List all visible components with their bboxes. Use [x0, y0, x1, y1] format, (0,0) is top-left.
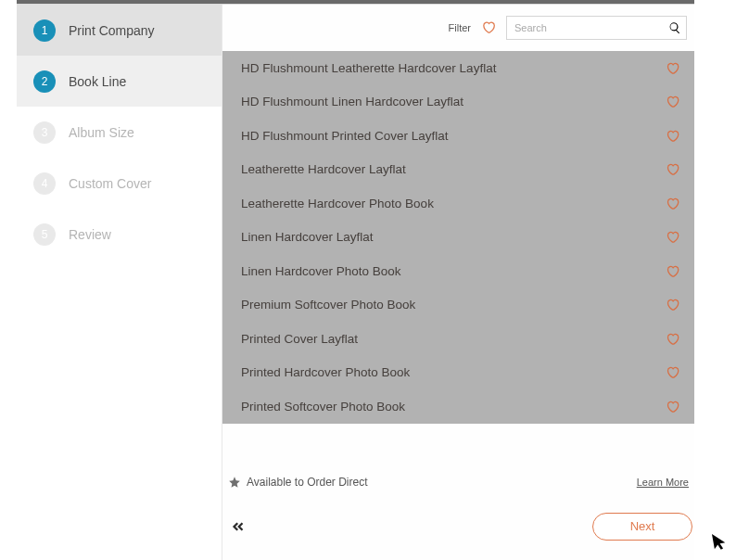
learn-more-link[interactable]: Learn More [637, 477, 689, 488]
list-item-label: Printed Hardcover Photo Book [241, 365, 410, 379]
step-custom-cover[interactable]: 4 Custom Cover [17, 158, 222, 209]
search-input[interactable] [506, 16, 687, 40]
list-item-label: Leatherette Hardcover Photo Book [241, 197, 434, 210]
step-print-company[interactable]: 1 Print Company [17, 5, 222, 56]
favorite-icon[interactable] [666, 61, 679, 75]
back-button[interactable] [224, 513, 252, 541]
list-item[interactable]: Linen Hardcover Layflat [222, 221, 694, 255]
step-number: 5 [33, 223, 56, 246]
list-item-label: Premium Softcover Photo Book [241, 298, 415, 312]
filter-label: Filter [449, 22, 471, 33]
list-item[interactable]: Premium Softcover Photo Book [222, 288, 694, 323]
search-icon[interactable] [668, 21, 681, 34]
step-number: 3 [33, 121, 56, 144]
order-direct-label: Available to Order Direct [247, 476, 368, 489]
step-number: 4 [33, 172, 56, 195]
favorite-icon[interactable] [666, 332, 679, 346]
step-review[interactable]: 5 Review [17, 209, 222, 260]
list-item[interactable]: Printed Cover Layflat [222, 322, 694, 356]
step-label: Review [69, 227, 111, 242]
book-line-list: HD Flushmount Leatherette Hardcover Layf… [222, 51, 694, 424]
list-item[interactable]: Leatherette Hardcover Photo Book [222, 186, 694, 221]
favorite-icon[interactable] [666, 162, 679, 176]
favorite-icon[interactable] [666, 230, 679, 244]
list-item-label: Printed Cover Layflat [241, 332, 358, 346]
favorite-icon[interactable] [666, 400, 679, 414]
favorite-icon[interactable] [666, 95, 679, 108]
list-item-label: Linen Hardcover Layflat [241, 230, 374, 244]
step-number: 1 [33, 19, 56, 42]
list-item[interactable]: Printed Hardcover Photo Book [222, 356, 694, 390]
list-footer-spacer [222, 424, 694, 468]
wizard-sidebar: 1 Print Company 2 Book Line 3 Album Size… [17, 5, 222, 560]
star-icon [228, 476, 241, 489]
list-item[interactable]: Leatherette Hardcover Layflat [222, 153, 694, 187]
list-item-label: HD Flushmount Printed Cover Layflat [241, 129, 449, 143]
search-box [506, 16, 687, 40]
step-album-size[interactable]: 3 Album Size [17, 107, 222, 158]
step-label: Print Company [69, 23, 155, 38]
footer: Available to Order Direct Learn More Nex… [222, 470, 694, 541]
favorite-icon[interactable] [666, 197, 679, 210]
next-button-label: Next [630, 519, 655, 533]
step-book-line[interactable]: 2 Book Line [17, 56, 222, 107]
cursor-icon [710, 528, 729, 553]
favorite-icon[interactable] [666, 298, 679, 312]
list-item[interactable]: Linen Hardcover Photo Book [222, 254, 694, 288]
chevrons-left-icon [230, 518, 247, 535]
favorite-icon[interactable] [666, 129, 679, 143]
list-item-label: Printed Softcover Photo Book [241, 400, 405, 414]
list-item-label: HD Flushmount Linen Hardcover Layflat [241, 95, 463, 108]
list-item-label: Leatherette Hardcover Layflat [241, 162, 406, 176]
step-label: Book Line [69, 74, 126, 89]
main-panel: Filter HD Flushmount Leatherette Hardcov… [222, 5, 694, 560]
app-root: 1 Print Company 2 Book Line 3 Album Size… [17, 4, 694, 560]
step-label: Custom Cover [69, 176, 151, 191]
step-number: 2 [33, 70, 56, 93]
list-item-label: Linen Hardcover Photo Book [241, 264, 401, 278]
filter-bar: Filter [222, 5, 694, 51]
list-item[interactable]: HD Flushmount Linen Hardcover Layflat [222, 85, 694, 120]
list-item[interactable]: HD Flushmount Leatherette Hardcover Layf… [222, 51, 694, 85]
footer-info-row: Available to Order Direct Learn More [224, 476, 692, 489]
list-item-label: HD Flushmount Leatherette Hardcover Layf… [241, 61, 496, 75]
step-label: Album Size [69, 125, 134, 140]
next-button[interactable]: Next [592, 513, 692, 541]
list-item[interactable]: HD Flushmount Printed Cover Layflat [222, 119, 694, 153]
favorite-icon[interactable] [666, 365, 679, 379]
filter-favorites-icon[interactable] [480, 19, 497, 36]
footer-nav-row: Next [224, 489, 692, 541]
list-item[interactable]: Printed Softcover Photo Book [222, 389, 694, 424]
favorite-icon[interactable] [666, 264, 679, 278]
